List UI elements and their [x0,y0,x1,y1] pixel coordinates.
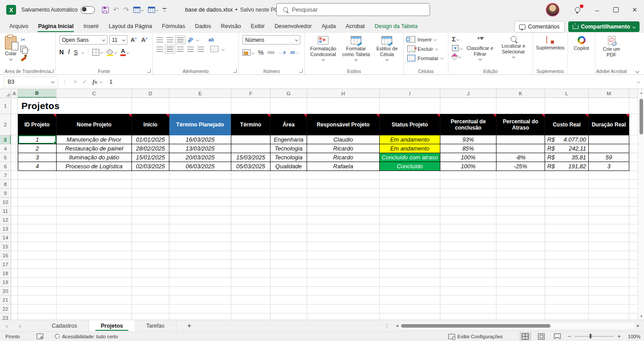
cell-currency[interactable]: R$242,11 [545,144,589,153]
column-header-D[interactable]: D [132,89,169,98]
save-icon[interactable] [102,7,109,13]
zoom-slider-thumb[interactable] [590,334,591,338]
cells-grid[interactable]: Projetos ID Projeto Nome Projeto Início … [11,98,638,320]
cell[interactable]: Tecnologia [271,153,307,162]
alignment-dialog-launcher[interactable] [233,69,237,73]
row-header-5[interactable]: 5 [0,153,11,162]
cut-button[interactable]: ✂ [21,37,29,43]
column-header-B[interactable]: B [18,89,57,98]
confirm-entry-button[interactable]: ✓ [82,78,87,85]
column-header-G[interactable]: G [271,89,307,98]
macro-record-icon[interactable] [37,333,43,339]
row-header-6[interactable]: 6 [0,162,11,171]
status-badge[interactable]: Em andamento [380,135,440,144]
document-title[interactable]: base de dados.xlsx • Salvo neste PC [185,7,283,13]
cell[interactable]: 100% [440,162,496,171]
row-header-23[interactable]: 23 [0,313,11,320]
comments-button[interactable]: Comentários [514,21,565,32]
sheet-tab-cadastros[interactable]: Cadastros [40,320,89,331]
scroll-down-icon[interactable]: ▼ [638,313,644,320]
merge-center-button[interactable] [210,46,218,52]
tab-inserir[interactable]: Inserir [78,20,104,33]
delete-cells-button[interactable]: Excluir [407,45,443,52]
row-header-19[interactable]: 19 [0,278,11,287]
page-layout-view-button[interactable] [536,332,547,341]
cell-currency[interactable]: R$35,81 [545,153,589,162]
column-header-M[interactable]: M [589,89,629,98]
align-right-button[interactable] [177,47,184,52]
increase-decimal-button[interactable]: ←.0 [279,50,286,55]
zoom-level[interactable]: 100% [625,334,640,339]
cell[interactable]: 28/02/2025 [132,144,169,153]
chevron-down-icon[interactable] [81,51,84,54]
splitter-dots-icon[interactable]: ⋮ [384,323,390,329]
customize-quick-access-button[interactable] [163,8,166,11]
cell-currency[interactable]: R$4.077,00 [545,135,589,144]
cell[interactable]: Claudio [307,135,380,144]
cell-currency[interactable]: R$191,82 [545,162,589,171]
maximize-button[interactable] [607,0,625,20]
scroll-up-icon[interactable]: ▲ [638,89,644,96]
select-all-corner[interactable] [0,89,11,98]
tab-ajuda[interactable]: Ajuda [316,20,340,33]
cell[interactable] [231,144,271,153]
insert-cells-button[interactable]: Inserir [407,36,443,43]
prev-sheet-button[interactable]: ‹ [0,322,13,329]
cell[interactable]: Ricardo [307,144,380,153]
header-custo-real[interactable]: Custo Real [545,114,589,135]
cell[interactable]: 93% [440,135,496,144]
addins-button[interactable]: Suplementos [534,35,566,67]
header-percentual-conclusao[interactable]: Percentual de conclusão [440,114,496,135]
header-nome-projeto[interactable]: Nome Projeto [57,114,132,135]
table-format-quick-button[interactable] [148,7,158,13]
cell[interactable] [231,135,271,144]
row-header-10[interactable]: 10 [0,198,11,207]
cell[interactable]: -8% [496,153,545,162]
cell[interactable]: 59 [589,153,629,162]
cell[interactable]: Processo de Logística [57,162,132,171]
cell[interactable]: 20/03/2025 [169,153,231,162]
row-header-17[interactable]: 17 [0,260,11,269]
align-top-button[interactable] [156,37,163,42]
column-header-F[interactable]: F [231,89,271,98]
close-button[interactable]: × [625,0,644,20]
zoom-out-button[interactable]: − [568,333,571,340]
scroll-right-icon[interactable]: ▶ [635,324,641,328]
cancel-entry-button[interactable]: × [74,78,77,85]
collapse-ribbon-button[interactable] [636,69,639,73]
column-header-K[interactable]: K [496,89,545,98]
horizontal-scrollbar[interactable]: ◀ ▶ [394,320,641,331]
header-responsavel-projeto[interactable]: Responsável Projeto [307,114,380,135]
tab-revisao[interactable]: Revisão [216,20,246,33]
status-badge[interactable]: Concluído com atraso [380,153,440,162]
accounting-format-button[interactable] [242,49,254,56]
autosave-toggle[interactable] [81,6,95,14]
cell[interactable]: 02/03/2025 [132,162,169,171]
clipboard-dialog-launcher[interactable] [50,69,53,73]
cell[interactable]: 4 [18,162,57,171]
cell[interactable]: 100% [440,153,496,162]
align-bottom-button[interactable] [177,37,184,42]
copilot-button[interactable]: Copilot [572,35,590,67]
search-input[interactable]: Pesquisar [276,3,430,16]
column-header-J[interactable]: J [440,89,496,98]
header-termino-planejado[interactable]: Término Planejado [169,114,231,135]
next-sheet-button[interactable]: › [13,322,27,329]
cell[interactable]: -25% [496,162,545,171]
align-center-button[interactable] [167,47,173,52]
cell[interactable]: 3 [589,162,629,171]
number-dialog-launcher[interactable] [299,69,303,73]
row-header-9[interactable]: 9 [0,189,11,198]
column-header-C[interactable]: C [57,89,132,98]
row-header-18[interactable]: 18 [0,269,11,278]
share-button[interactable]: Compartilhamento [568,21,640,32]
cell[interactable]: Ricardo [307,153,380,162]
scroll-left-icon[interactable]: ◀ [394,324,400,328]
cell[interactable]: Tecnologia [271,144,307,153]
horizontal-scroll-thumb[interactable] [401,324,550,328]
tab-layout-da-pagina[interactable]: Layout da Página [104,20,157,33]
tab-pagina-inicial[interactable]: Página Inicial [33,20,78,33]
copy-button[interactable] [21,46,29,52]
cell[interactable]: 05/03/2025 [231,162,271,171]
header-inicio[interactable]: Início [132,114,169,135]
